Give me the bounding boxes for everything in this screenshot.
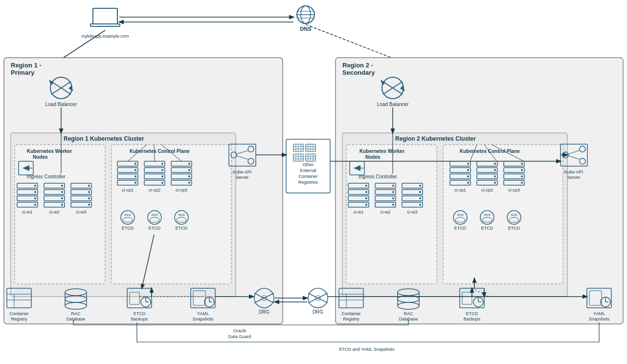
svg-point-93 bbox=[161, 175, 163, 177]
svg-text:ci-cp2: ci-cp2 bbox=[149, 188, 160, 193]
svg-point-197 bbox=[419, 204, 421, 206]
svg-text:YAML: YAML bbox=[197, 311, 209, 316]
svg-text:Data Guard: Data Guard bbox=[228, 334, 251, 339]
svg-text:Snapshots: Snapshots bbox=[193, 317, 214, 321]
svg-point-186 bbox=[392, 191, 394, 193]
svg-point-92 bbox=[161, 169, 163, 171]
svg-text:ETCD: ETCD bbox=[149, 226, 161, 231]
svg-point-206 bbox=[467, 163, 469, 165]
svg-point-84 bbox=[134, 175, 136, 177]
svg-text:etcd: etcd bbox=[124, 213, 131, 216]
svg-text:Secondary: Secondary bbox=[342, 69, 375, 76]
svg-text:etcd: etcd bbox=[457, 213, 463, 216]
svg-text:Backups: Backups bbox=[131, 317, 148, 321]
svg-point-103 bbox=[188, 182, 190, 184]
svg-rect-21 bbox=[90, 24, 120, 26]
svg-point-70 bbox=[88, 185, 90, 187]
svg-text:Kubernetes Worker: Kubernetes Worker bbox=[359, 149, 404, 154]
svg-text:Oracle: Oracle bbox=[233, 328, 246, 333]
svg-point-62 bbox=[61, 191, 63, 193]
svg-point-217 bbox=[494, 175, 496, 177]
svg-text:Region 1 Kubernetes Cluster: Region 1 Kubernetes Cluster bbox=[64, 135, 144, 142]
svg-text:Server: Server bbox=[236, 175, 249, 180]
svg-point-176 bbox=[365, 185, 367, 187]
svg-text:YAML: YAML bbox=[593, 311, 605, 316]
svg-text:DRG: DRG bbox=[313, 309, 323, 315]
svg-point-188 bbox=[392, 204, 394, 206]
svg-text:Load Balancer: Load Balancer bbox=[377, 102, 409, 107]
svg-point-55 bbox=[34, 204, 36, 206]
svg-point-71 bbox=[88, 191, 90, 193]
svg-point-225 bbox=[521, 169, 523, 171]
svg-point-101 bbox=[188, 169, 190, 171]
svg-text:ETCD: ETCD bbox=[481, 226, 493, 231]
svg-point-177 bbox=[365, 191, 367, 193]
svg-text:Container: Container bbox=[341, 311, 360, 316]
svg-text:Region 2 Kubernetes Cluster: Region 2 Kubernetes Cluster bbox=[395, 135, 476, 142]
svg-text:External: External bbox=[300, 168, 316, 173]
svg-point-179 bbox=[365, 204, 367, 206]
svg-text:ci-cp1: ci-cp1 bbox=[122, 188, 134, 193]
svg-text:ci-w3: ci-w3 bbox=[76, 210, 86, 214]
svg-point-187 bbox=[392, 197, 394, 199]
svg-text:ci-cp3: ci-cp3 bbox=[176, 188, 187, 193]
svg-text:Nodes: Nodes bbox=[33, 154, 48, 160]
svg-point-100 bbox=[188, 163, 190, 165]
svg-text:ci-w2: ci-w2 bbox=[49, 210, 59, 214]
svg-text:Container: Container bbox=[9, 311, 28, 316]
svg-text:etcd: etcd bbox=[511, 213, 517, 216]
svg-point-91 bbox=[161, 163, 163, 165]
svg-text:ci-w2: ci-w2 bbox=[380, 210, 390, 214]
svg-text:ETCD: ETCD bbox=[134, 311, 146, 316]
svg-text:Kubernetes Control Plane: Kubernetes Control Plane bbox=[130, 149, 190, 154]
svg-point-207 bbox=[467, 169, 469, 171]
svg-point-218 bbox=[494, 182, 496, 184]
svg-point-63 bbox=[61, 197, 63, 199]
svg-text:Registry: Registry bbox=[343, 317, 359, 321]
svg-point-178 bbox=[365, 197, 367, 199]
svg-text:ci-cp1: ci-cp1 bbox=[454, 188, 466, 193]
svg-point-61 bbox=[61, 185, 63, 187]
svg-text:Kubernetes Worker: Kubernetes Worker bbox=[27, 149, 72, 154]
svg-text:ETCD: ETCD bbox=[508, 226, 520, 231]
svg-point-196 bbox=[419, 197, 421, 199]
svg-text:ETCD: ETCD bbox=[454, 226, 467, 231]
svg-text:DRG: DRG bbox=[259, 309, 269, 315]
svg-text:Primary: Primary bbox=[11, 69, 35, 76]
svg-text:Kubernetes Control Plane: Kubernetes Control Plane bbox=[460, 149, 520, 154]
svg-point-224 bbox=[521, 163, 523, 165]
svg-point-102 bbox=[188, 175, 190, 177]
svg-text:Database: Database bbox=[67, 317, 86, 321]
svg-text:Kube-API: Kube-API bbox=[233, 170, 252, 174]
svg-point-195 bbox=[419, 191, 421, 193]
svg-text:ETCD: ETCD bbox=[466, 311, 478, 316]
diagram-svg: Region 1 - Primary Region 2 - Secondary … bbox=[0, 0, 627, 364]
diagram: Region 1 - Primary Region 2 - Secondary … bbox=[0, 0, 627, 364]
svg-point-82 bbox=[134, 163, 136, 165]
svg-point-194 bbox=[419, 185, 421, 187]
svg-text:myk8sapp.example.com: myk8sapp.example.com bbox=[81, 34, 129, 39]
svg-text:ci-w1: ci-w1 bbox=[353, 210, 363, 214]
svg-point-73 bbox=[88, 204, 90, 206]
svg-text:Nodes: Nodes bbox=[365, 154, 381, 160]
svg-point-54 bbox=[34, 197, 36, 199]
svg-text:DNS: DNS bbox=[300, 26, 311, 32]
svg-text:Kube-API: Kube-API bbox=[564, 170, 583, 174]
svg-text:etcd: etcd bbox=[178, 213, 184, 216]
svg-point-226 bbox=[521, 175, 523, 177]
svg-text:Other: Other bbox=[303, 162, 314, 167]
svg-point-85 bbox=[134, 182, 136, 184]
svg-point-216 bbox=[494, 169, 496, 171]
svg-text:ETCD: ETCD bbox=[122, 226, 134, 231]
svg-text:etcd: etcd bbox=[484, 213, 490, 216]
svg-text:Container: Container bbox=[298, 174, 317, 179]
svg-point-227 bbox=[521, 182, 523, 184]
svg-point-185 bbox=[392, 185, 394, 187]
svg-text:Registries: Registries bbox=[298, 180, 318, 185]
svg-text:ci-cp3: ci-cp3 bbox=[508, 188, 520, 193]
svg-text:ci-w1: ci-w1 bbox=[22, 210, 32, 214]
svg-text:Region 2 -: Region 2 - bbox=[342, 62, 373, 69]
svg-rect-20 bbox=[93, 8, 117, 24]
svg-point-83 bbox=[134, 169, 136, 171]
svg-text:RAC: RAC bbox=[71, 311, 81, 316]
